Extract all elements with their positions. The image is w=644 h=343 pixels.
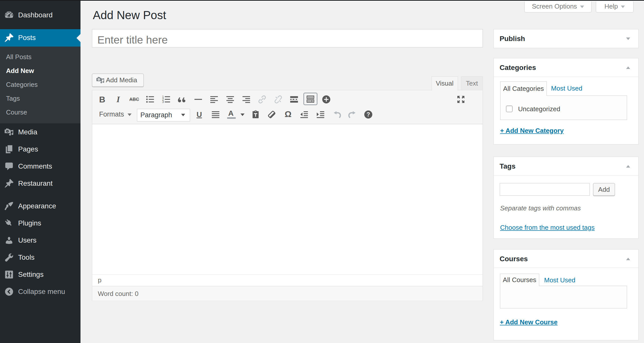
svg-text:?: ?	[367, 111, 370, 118]
svg-text:3: 3	[162, 100, 164, 104]
